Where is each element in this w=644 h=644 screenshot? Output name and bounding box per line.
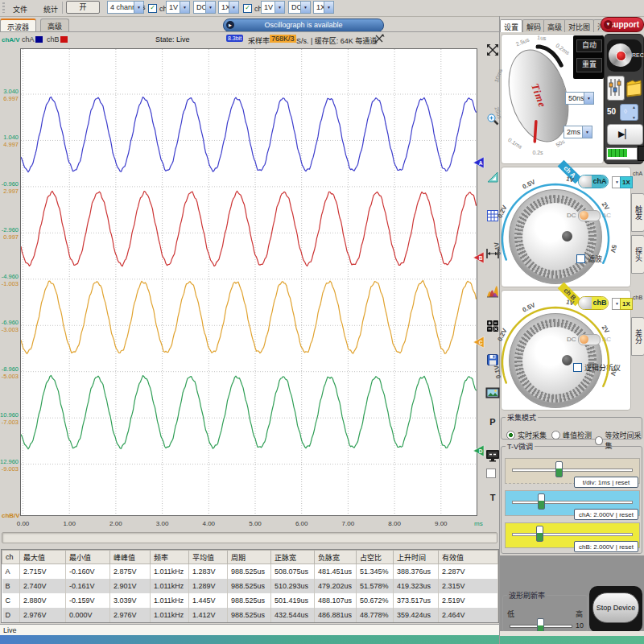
checkbox-check-icon: ✓	[148, 4, 157, 13]
svg-text:D: D	[479, 448, 483, 454]
counter-stepper[interactable]: ◊ ▲ ▼	[620, 104, 638, 121]
table-cell: 50.672%	[357, 593, 394, 608]
channel-a-knob[interactable]	[509, 189, 602, 284]
open-button[interactable]: 开	[66, 1, 100, 14]
cha-reset-button[interactable]: chA: 2.000V | reset	[574, 509, 638, 520]
tab-oscilloscope[interactable]: 示波器	[0, 19, 36, 32]
svg-text:B: B	[479, 255, 483, 261]
table-cell: 2.880V	[20, 593, 66, 608]
timebase-fast-select[interactable]: 50ns▼	[565, 92, 594, 105]
table-header-cell: 频率	[151, 551, 189, 564]
refresh-high-label: 高	[576, 609, 583, 619]
table-cell: 501.419us	[271, 593, 315, 608]
channel-a-toggle[interactable]: chA	[578, 175, 609, 188]
radio-realtime-label: 实时采集	[518, 430, 547, 440]
channel-b-toggle[interactable]: chB	[578, 296, 609, 310]
chC-volt-select[interactable]: 1V▼	[166, 1, 190, 14]
waveform-plot[interactable]: 0.001.002.003.004.005.006.007.008.009.00…	[0, 46, 499, 534]
table-row[interactable]: A2.715V-0.160V2.875V1.011kHz1.283V988.52…	[2, 564, 498, 580]
x-tick-label: 2.00	[109, 520, 122, 527]
y-tick-label-chb: -1.003	[2, 280, 19, 287]
cursor-arrows-icon[interactable]	[374, 33, 385, 44]
channels-select[interactable]: 4 channels▼	[107, 1, 144, 14]
table-row[interactable]: C2.880V-0.159V3.039V1.011kHz1.445V988.52…	[2, 593, 498, 608]
play-button[interactable]: ▶▏	[607, 124, 643, 145]
auto-button[interactable]: 自动	[576, 39, 602, 52]
table-cell: D	[2, 608, 20, 622]
tdiv-slider-thumb[interactable]	[555, 461, 563, 477]
tab-decode[interactable]: 解码	[522, 19, 545, 32]
availability-banner[interactable]: ▶ Oscillograph is available	[223, 19, 384, 32]
math-icon[interactable]	[485, 318, 501, 334]
x-tick-label: 7.00	[342, 520, 355, 527]
table-row[interactable]: D2.976V0.000V2.976V1.011kHz1.412V988.525…	[2, 608, 498, 622]
chevron-down-icon: ▼	[584, 93, 593, 104]
radio-realtime[interactable]: 实时采集	[506, 430, 547, 440]
sample-rate-label: 采样率	[248, 35, 270, 46]
tab-compare[interactable]: 对比图	[564, 19, 594, 32]
table-row[interactable]: B2.740V-0.161V2.901V1.011kHz1.289V988.52…	[2, 579, 498, 593]
record-button[interactable]: REC	[607, 39, 642, 72]
chC-coupling-select[interactable]: DC▼	[193, 1, 216, 14]
chC-probe-select[interactable]: 1X▼	[218, 1, 239, 14]
set-square-icon[interactable]	[485, 169, 501, 185]
table-header-cell: 负脉宽	[315, 551, 357, 564]
table-cell: 1.412V	[189, 608, 228, 622]
sample-rate-value: 768K/3	[270, 35, 296, 43]
chb-reset-button[interactable]: chB: 2.000V | reset	[574, 541, 638, 552]
radio-icon	[506, 431, 515, 440]
folder-button[interactable]	[625, 76, 642, 99]
menu-stats[interactable]: 统计	[43, 4, 58, 14]
radio-peak-detect[interactable]: 峰值检测	[551, 430, 592, 440]
x-tick-label: 8.00	[388, 520, 401, 527]
trigger-side-tab[interactable]: 触发	[631, 193, 644, 232]
chevron-down-icon: ▼	[324, 2, 333, 13]
chD-probe-select[interactable]: 1X▼	[313, 1, 334, 14]
mixer-button[interactable]	[607, 76, 625, 101]
stop-device-button[interactable]: Stop Device	[592, 592, 639, 623]
reset-button[interactable]: 重置	[576, 58, 602, 72]
tab-settings[interactable]: 设置	[500, 19, 522, 32]
t-tool-icon[interactable]: T	[485, 489, 501, 506]
tab-advanced-right[interactable]: 高级	[543, 19, 566, 32]
channel-a-filter-checkbox[interactable]: 滤波	[576, 254, 602, 264]
channel-b-dc-label: DC	[567, 336, 576, 343]
plot-option-checkbox[interactable]	[486, 469, 496, 478]
y-tick-label-chb: 6.997	[3, 95, 19, 102]
horizontal-scrollbar[interactable]	[2, 532, 497, 543]
support-button[interactable]: ▼ support	[601, 17, 644, 32]
p-tool-icon[interactable]: P	[485, 414, 501, 430]
y-tick-label-chb: -3.003	[2, 326, 19, 333]
toolbar-grip[interactable]	[2, 2, 5, 13]
y-tick-label-chb: 0.997	[3, 233, 19, 241]
chevron-down-icon: ▼	[134, 2, 143, 13]
channel-b-knob[interactable]	[509, 313, 602, 408]
channel-a-probe[interactable]: 1X	[620, 176, 633, 188]
channel-b-probe[interactable]: 1X	[620, 298, 633, 310]
differential-side-tab[interactable]: 差分	[631, 317, 644, 356]
probe-side-tab[interactable]: 探头	[631, 235, 644, 274]
display-icon[interactable]	[485, 448, 501, 464]
chb-slider-thumb[interactable]	[536, 526, 543, 542]
x-tick-label: 9.00	[435, 520, 448, 527]
channel-a-coupling-toggle[interactable]	[578, 210, 601, 221]
cha-slider-thumb[interactable]	[538, 493, 545, 510]
histogram-icon[interactable]	[485, 283, 501, 299]
chD-coupling-select[interactable]: DC▼	[288, 1, 311, 14]
chD-volt-select[interactable]: 1V▼	[261, 1, 285, 14]
y-axis-bottom-label: chB/V	[2, 512, 20, 519]
refresh-rate-group: 波形刷新率 低 高 10	[502, 590, 588, 632]
tab-advanced[interactable]: 高级	[40, 19, 69, 32]
channel-b-coupling-toggle[interactable]	[578, 334, 601, 345]
screenshot-icon[interactable]	[485, 385, 501, 401]
table-cell: 988.525us	[228, 608, 271, 622]
tdiv-reset-button[interactable]: t/div: 1ms | reset	[574, 477, 638, 488]
expand-icon[interactable]	[485, 42, 501, 58]
table-cell: 2.464V	[439, 608, 498, 622]
y-tick-label-chb: -9.003	[2, 465, 19, 473]
timebase-select[interactable]: 2ms▼	[564, 126, 592, 138]
table-cell: 3.039V	[110, 593, 151, 608]
table-header-cell: 最大值	[20, 551, 66, 564]
bottom-gradient-bar	[0, 635, 644, 644]
menu-file[interactable]: 文件	[13, 4, 27, 14]
